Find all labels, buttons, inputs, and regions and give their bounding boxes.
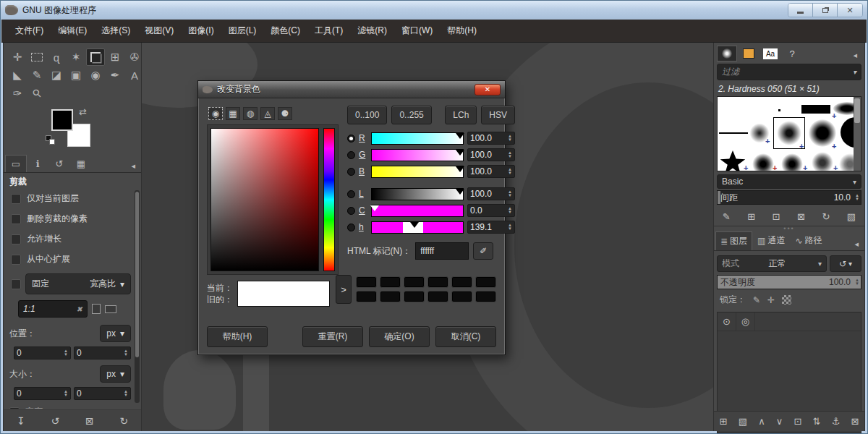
new-brush-icon[interactable]: ⊞ (747, 211, 755, 222)
landscape-icon[interactable] (105, 305, 116, 313)
tab-patterns[interactable] (739, 46, 759, 61)
swap-colors-icon[interactable]: ⇄ (79, 106, 87, 117)
brush-item[interactable] (812, 152, 833, 171)
new-group-icon[interactable]: ▧ (739, 416, 747, 427)
new-layer-icon[interactable]: ⊞ (720, 416, 728, 427)
visibility-eye-icon[interactable]: ⊙ (718, 312, 736, 331)
duplicate-brush-icon[interactable]: ⊡ (773, 211, 780, 222)
chroma-spinner[interactable]: 0.0 ▲▼ (467, 204, 515, 217)
menu-edit[interactable]: 编辑(E) (51, 21, 93, 41)
free-select-tool[interactable]: ɋ (47, 48, 66, 66)
layer-row[interactable]: ⊙ ◎ (718, 312, 861, 331)
transform-tool[interactable]: ⊞ (106, 48, 124, 66)
blue-spinner[interactable]: 100.0 ▲▼ (467, 165, 515, 178)
menu-layer[interactable]: 图层(L) (222, 21, 263, 41)
edit-brush-icon[interactable]: ✎ (723, 211, 731, 222)
option-expand-from-center[interactable]: 从中心扩展 (11, 253, 131, 265)
tab-paths[interactable]: ∿ 路径 (790, 231, 827, 250)
restore-preset-icon[interactable]: ↺ (51, 415, 59, 427)
cancel-button[interactable]: 取消(C) (435, 326, 496, 347)
option-highlight[interactable]: ✕ 高亮 (9, 406, 131, 409)
tab-channels[interactable]: ▥ 通道 (752, 231, 790, 250)
red-spinner[interactable]: 100.0 ▲▼ (467, 132, 515, 145)
fixed-checkbox[interactable] (11, 279, 21, 289)
color-picker-button[interactable]: ✐ (473, 242, 493, 260)
cmyk-selector-icon[interactable]: ▦ (226, 107, 240, 120)
aspect-ratio-input[interactable]: 1:1 ✖ (18, 300, 88, 318)
brush-item[interactable] (720, 150, 746, 171)
red-slider[interactable] (371, 132, 464, 145)
tab-undo-history[interactable]: ↺ (48, 155, 70, 172)
blue-radio[interactable] (347, 168, 355, 176)
brush-item-selected[interactable] (777, 121, 801, 145)
chroma-slider[interactable] (371, 205, 464, 217)
dialog-title-bar[interactable]: 改变背景色 ✕ (198, 81, 505, 98)
red-radio[interactable] (347, 135, 355, 142)
lower-layer-icon[interactable]: ∨ (776, 416, 783, 427)
bucket-fill-tool[interactable]: ◣ (8, 67, 27, 84)
brush-spacing-slider[interactable]: 间距 10.0 ▲▼ (717, 190, 861, 205)
tab-brushes[interactable] (717, 46, 737, 61)
collapse-left-dock-icon[interactable]: ◂ (127, 160, 140, 172)
delete-preset-icon[interactable]: ⊠ (85, 415, 94, 427)
lightness-slider[interactable] (371, 188, 464, 200)
collapse-layers-dock-icon[interactable]: ◂ (850, 238, 863, 250)
lch-button[interactable]: LCh (445, 106, 477, 124)
history-swatch[interactable] (356, 291, 377, 302)
tab-images[interactable]: ▦ (70, 155, 92, 172)
green-spinner[interactable]: 100.0 ▲▼ (467, 148, 515, 161)
hue-spinner[interactable]: 139.1 ▲▼ (467, 221, 515, 234)
zoom-tool[interactable]: ⚲ (24, 80, 49, 106)
brush-item[interactable] (781, 153, 803, 171)
lock-alpha-icon[interactable] (782, 295, 791, 305)
title-bar[interactable]: GNU 图像处理程序 ✕ (1, 1, 867, 20)
brush-item[interactable] (752, 153, 774, 171)
menu-image[interactable]: 图像(I) (182, 21, 220, 41)
history-swatch[interactable] (404, 276, 425, 288)
palette-selector-icon[interactable]: ⚈ (278, 107, 292, 120)
size-unit-dropdown[interactable]: px ▾ (100, 365, 131, 383)
reset-options-icon[interactable]: ↻ (119, 415, 128, 427)
reset-button[interactable]: 重置(R) (302, 326, 363, 347)
brush-item[interactable] (801, 105, 830, 114)
lightness-radio[interactable] (347, 190, 355, 198)
hsv-button[interactable]: HSV (481, 106, 515, 124)
menu-tools[interactable]: 工具(T) (308, 21, 349, 41)
tool-options-scrollbar[interactable] (135, 190, 140, 403)
menu-colors[interactable]: 颜色(C) (264, 21, 307, 41)
close-button[interactable]: ✕ (838, 4, 862, 17)
eraser-tool[interactable]: ◪ (47, 67, 66, 84)
history-swatch[interactable] (427, 276, 448, 288)
brush-grid-scrollbar[interactable] (854, 97, 861, 171)
add-to-history-button[interactable]: > (336, 275, 352, 304)
brush-item[interactable] (778, 109, 780, 111)
crop-tool[interactable] (86, 48, 105, 66)
smudge-tool[interactable]: ◉ (86, 67, 105, 84)
help-button[interactable]: 帮助(H) (207, 326, 268, 347)
position-unit-dropdown[interactable]: px ▾ (100, 325, 131, 342)
layer-opacity-slider[interactable]: 不透明度 100.0 ▲▼ (717, 275, 861, 289)
menu-select[interactable]: 选择(S) (95, 21, 137, 41)
history-swatch[interactable] (475, 276, 496, 288)
size-y-spinner[interactable]: 0 ▲▼ (74, 387, 131, 400)
fixed-dropdown[interactable]: 固定 宽高比 ▾ (25, 273, 131, 294)
wheel-selector-icon[interactable]: ◬ (260, 107, 275, 120)
chain-icon[interactable]: ◎ (736, 312, 755, 331)
green-radio[interactable] (347, 151, 355, 159)
rectangle-select-tool[interactable] (27, 48, 46, 66)
merge-layer-icon[interactable]: ⇅ (813, 416, 821, 427)
layer-mode-dropdown[interactable]: 模式 正常 ▾ (717, 255, 827, 272)
hue-radio[interactable] (347, 224, 355, 231)
open-brush-icon[interactable]: ▧ (847, 211, 856, 222)
ink-tool[interactable]: ✒ (106, 67, 124, 84)
tab-layers[interactable]: ≣ 图层 (715, 231, 752, 250)
brush-item[interactable] (719, 132, 748, 134)
checkbox[interactable] (11, 194, 21, 204)
delete-brush-icon[interactable]: ⊠ (797, 211, 805, 222)
position-y-spinner[interactable]: 0 ▲▼ (74, 346, 131, 359)
blue-slider[interactable] (371, 166, 464, 178)
brush-filter-dropdown[interactable]: 过滤 ▾ (717, 64, 861, 80)
history-swatch[interactable] (427, 291, 448, 302)
foreground-color-swatch[interactable] (51, 109, 73, 131)
duplicate-layer-icon[interactable]: ⊡ (794, 416, 802, 427)
